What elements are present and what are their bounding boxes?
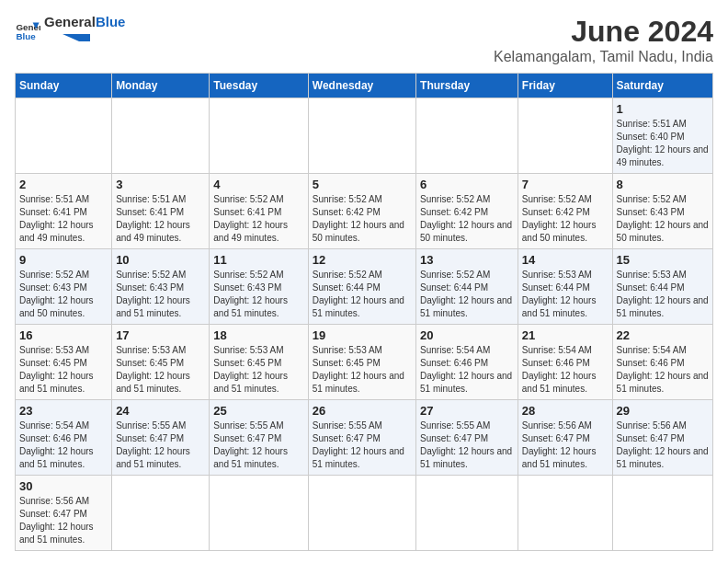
- day-cell: [16, 98, 112, 174]
- logo-general: General: [44, 14, 96, 29]
- day-number: 20: [420, 328, 514, 342]
- day-info: Sunrise: 5:51 AM Sunset: 6:41 PM Dayligh…: [19, 193, 108, 245]
- day-cell: 15Sunrise: 5:53 AM Sunset: 6:44 PM Dayli…: [612, 249, 712, 325]
- day-info: Sunrise: 5:56 AM Sunset: 6:47 PM Dayligh…: [19, 495, 108, 546]
- day-cell: 8Sunrise: 5:52 AM Sunset: 6:43 PM Daylig…: [612, 174, 712, 249]
- day-info: Sunrise: 5:52 AM Sunset: 6:42 PM Dayligh…: [522, 193, 609, 245]
- day-info: Sunrise: 5:52 AM Sunset: 6:43 PM Dayligh…: [19, 269, 108, 320]
- calendar-body: 1Sunrise: 5:51 AM Sunset: 6:40 PM Daylig…: [16, 98, 713, 551]
- day-cell: [210, 98, 308, 174]
- day-number: 15: [617, 253, 709, 267]
- day-info: Sunrise: 5:52 AM Sunset: 6:43 PM Dayligh…: [617, 193, 709, 245]
- day-info: Sunrise: 5:52 AM Sunset: 6:42 PM Dayligh…: [313, 193, 412, 245]
- day-cell: 13Sunrise: 5:52 AM Sunset: 6:44 PM Dayli…: [416, 249, 518, 325]
- day-info: Sunrise: 5:53 AM Sunset: 6:45 PM Dayligh…: [313, 344, 412, 396]
- day-cell: 26Sunrise: 5:55 AM Sunset: 6:47 PM Dayli…: [308, 400, 415, 476]
- day-cell: 24Sunrise: 5:55 AM Sunset: 6:47 PM Dayli…: [112, 400, 210, 476]
- day-cell: [416, 98, 518, 174]
- day-number: 7: [522, 178, 609, 191]
- day-cell: 7Sunrise: 5:52 AM Sunset: 6:42 PM Daylig…: [518, 174, 612, 249]
- day-cell: 16Sunrise: 5:53 AM Sunset: 6:45 PM Dayli…: [16, 325, 112, 400]
- day-number: 24: [116, 404, 205, 418]
- day-cell: [308, 98, 415, 174]
- day-info: Sunrise: 5:51 AM Sunset: 6:41 PM Dayligh…: [116, 193, 205, 245]
- day-cell: 11Sunrise: 5:52 AM Sunset: 6:43 PM Dayli…: [210, 249, 308, 325]
- header-row: SundayMondayTuesdayWednesdayThursdayFrid…: [16, 74, 713, 98]
- day-number: 18: [213, 328, 303, 342]
- day-number: 14: [522, 253, 609, 267]
- day-number: 10: [116, 253, 205, 267]
- subtitle: Kelamangalam, Tamil Nadu, India: [494, 49, 713, 65]
- week-row-4: 23Sunrise: 5:54 AM Sunset: 6:46 PM Dayli…: [16, 400, 713, 476]
- day-number: 26: [313, 404, 412, 418]
- day-number: 29: [617, 404, 709, 418]
- day-info: Sunrise: 5:55 AM Sunset: 6:47 PM Dayligh…: [420, 419, 514, 471]
- day-info: Sunrise: 5:55 AM Sunset: 6:47 PM Dayligh…: [213, 419, 303, 471]
- day-number: 17: [116, 328, 205, 342]
- day-number: 28: [522, 404, 609, 418]
- day-cell: 10Sunrise: 5:52 AM Sunset: 6:43 PM Dayli…: [112, 249, 210, 325]
- day-number: 16: [19, 328, 108, 342]
- day-info: Sunrise: 5:52 AM Sunset: 6:44 PM Dayligh…: [313, 269, 412, 320]
- header-thursday: Thursday: [416, 74, 518, 98]
- main-title: June 2024: [494, 15, 713, 49]
- day-number: 19: [313, 328, 412, 342]
- calendar-header: SundayMondayTuesdayWednesdayThursdayFrid…: [16, 74, 713, 98]
- day-cell: [112, 476, 210, 551]
- day-info: Sunrise: 5:55 AM Sunset: 6:47 PM Dayligh…: [313, 419, 412, 471]
- header-sunday: Sunday: [16, 74, 112, 98]
- day-number: 23: [19, 404, 108, 418]
- day-cell: [416, 476, 518, 551]
- day-cell: 25Sunrise: 5:55 AM Sunset: 6:47 PM Dayli…: [210, 400, 308, 476]
- calendar-table: SundayMondayTuesdayWednesdayThursdayFrid…: [15, 73, 713, 551]
- day-cell: 17Sunrise: 5:53 AM Sunset: 6:45 PM Dayli…: [112, 325, 210, 400]
- week-row-3: 16Sunrise: 5:53 AM Sunset: 6:45 PM Dayli…: [16, 325, 713, 400]
- day-cell: 20Sunrise: 5:54 AM Sunset: 6:46 PM Dayli…: [416, 325, 518, 400]
- day-number: 21: [522, 328, 609, 342]
- day-number: 22: [617, 328, 709, 342]
- day-cell: 6Sunrise: 5:52 AM Sunset: 6:42 PM Daylig…: [416, 174, 518, 249]
- day-info: Sunrise: 5:55 AM Sunset: 6:47 PM Dayligh…: [116, 419, 205, 471]
- day-info: Sunrise: 5:54 AM Sunset: 6:46 PM Dayligh…: [19, 419, 108, 471]
- svg-text:Blue: Blue: [16, 31, 36, 41]
- day-info: Sunrise: 5:51 AM Sunset: 6:40 PM Dayligh…: [617, 118, 709, 169]
- day-cell: [112, 98, 210, 174]
- header-saturday: Saturday: [612, 74, 712, 98]
- day-info: Sunrise: 5:53 AM Sunset: 6:45 PM Dayligh…: [116, 344, 205, 396]
- day-info: Sunrise: 5:53 AM Sunset: 6:44 PM Dayligh…: [617, 269, 709, 320]
- day-info: Sunrise: 5:52 AM Sunset: 6:42 PM Dayligh…: [420, 193, 514, 245]
- logo-icon: General Blue: [15, 17, 40, 43]
- logo-underline-icon: [44, 32, 90, 43]
- day-info: Sunrise: 5:52 AM Sunset: 6:41 PM Dayligh…: [213, 193, 303, 245]
- day-cell: 18Sunrise: 5:53 AM Sunset: 6:45 PM Dayli…: [210, 325, 308, 400]
- day-cell: 9Sunrise: 5:52 AM Sunset: 6:43 PM Daylig…: [16, 249, 112, 325]
- day-cell: 23Sunrise: 5:54 AM Sunset: 6:46 PM Dayli…: [16, 400, 112, 476]
- day-info: Sunrise: 5:56 AM Sunset: 6:47 PM Dayligh…: [522, 419, 609, 471]
- day-info: Sunrise: 5:53 AM Sunset: 6:44 PM Dayligh…: [522, 269, 609, 320]
- header: General Blue GeneralBlue June 2024 Kelam…: [15, 15, 713, 65]
- day-number: 5: [313, 178, 412, 191]
- day-cell: 29Sunrise: 5:56 AM Sunset: 6:47 PM Dayli…: [612, 400, 712, 476]
- logo-blue: Blue: [96, 14, 126, 29]
- day-cell: 14Sunrise: 5:53 AM Sunset: 6:44 PM Dayli…: [518, 249, 612, 325]
- day-cell: 21Sunrise: 5:54 AM Sunset: 6:46 PM Dayli…: [518, 325, 612, 400]
- day-info: Sunrise: 5:54 AM Sunset: 6:46 PM Dayligh…: [420, 344, 514, 396]
- header-monday: Monday: [112, 74, 210, 98]
- day-cell: 1Sunrise: 5:51 AM Sunset: 6:40 PM Daylig…: [612, 98, 712, 174]
- day-info: Sunrise: 5:53 AM Sunset: 6:45 PM Dayligh…: [213, 344, 303, 396]
- day-info: Sunrise: 5:56 AM Sunset: 6:47 PM Dayligh…: [617, 419, 709, 471]
- day-cell: [518, 98, 612, 174]
- header-tuesday: Tuesday: [210, 74, 308, 98]
- day-number: 13: [420, 253, 514, 267]
- day-number: 6: [420, 178, 514, 191]
- day-cell: [308, 476, 415, 551]
- svg-marker-3: [63, 34, 90, 41]
- title-block: June 2024 Kelamangalam, Tamil Nadu, Indi…: [494, 15, 713, 65]
- day-cell: 2Sunrise: 5:51 AM Sunset: 6:41 PM Daylig…: [16, 174, 112, 249]
- day-cell: 30Sunrise: 5:56 AM Sunset: 6:47 PM Dayli…: [16, 476, 112, 551]
- day-number: 4: [213, 178, 303, 191]
- day-cell: [612, 476, 712, 551]
- day-info: Sunrise: 5:54 AM Sunset: 6:46 PM Dayligh…: [617, 344, 709, 396]
- day-number: 25: [213, 404, 303, 418]
- header-wednesday: Wednesday: [308, 74, 415, 98]
